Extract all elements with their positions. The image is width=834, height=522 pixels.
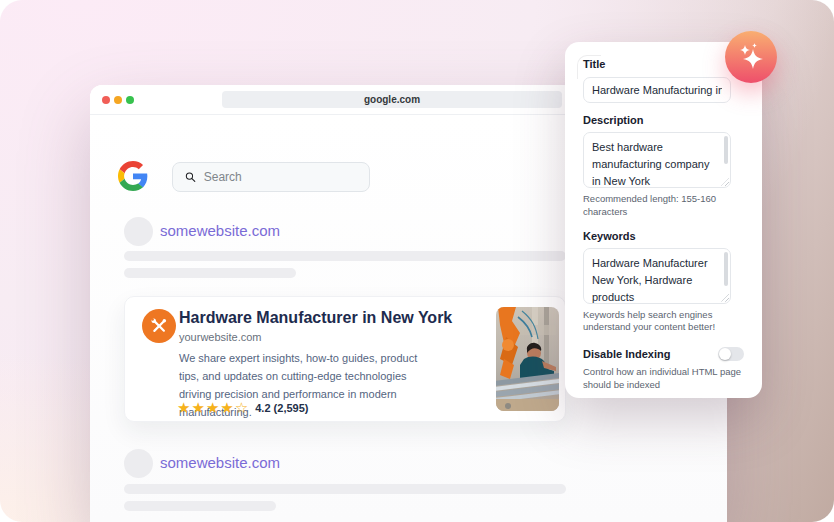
address-bar-url: google.com	[364, 94, 420, 105]
result-title[interactable]: Hardware Manufacturer in New York	[179, 309, 452, 327]
panel-inner-card-edge	[577, 55, 601, 79]
result-rating: ★★★★☆ 4.2 (2,595)	[177, 400, 308, 415]
result-domain-link[interactable]: somewebsite.com	[160, 222, 280, 239]
result-url: yourwebsite.com	[179, 331, 262, 343]
window-minimize-button[interactable]	[114, 96, 122, 104]
result-domain-link[interactable]: somewebsite.com	[160, 454, 280, 471]
hero-illustration: google.com somewebsite.com	[0, 0, 834, 522]
skeleton-line	[124, 251, 566, 261]
tools-icon	[142, 309, 176, 343]
google-logo	[118, 161, 148, 191]
indexing-helper-text: Control how an individual HTML page shou…	[583, 366, 744, 392]
seo-settings-panel: Title Description Best hardware manufact…	[565, 42, 762, 398]
keywords-textarea[interactable]: Hardware Manufacturer New York, Hardware…	[583, 248, 731, 304]
title-input[interactable]	[583, 77, 731, 103]
scrollbar-thumb[interactable]	[724, 136, 728, 164]
window-zoom-button[interactable]	[126, 96, 134, 104]
description-field-label: Description	[583, 114, 744, 126]
address-bar[interactable]: google.com	[222, 91, 562, 108]
skeleton-line	[124, 484, 566, 494]
result-avatar	[124, 217, 153, 246]
scrollbar-thumb[interactable]	[724, 252, 728, 286]
keywords-field-label: Keywords	[583, 230, 744, 242]
skeleton-line	[124, 268, 296, 278]
skeleton-line	[124, 501, 276, 511]
result-thumbnail-image	[496, 307, 559, 411]
title-field-label: Title	[583, 58, 744, 70]
disable-indexing-label: Disable Indexing	[583, 348, 670, 360]
featured-result-card[interactable]: Hardware Manufacturer in New York yourwe…	[124, 296, 566, 422]
toggle-knob	[719, 348, 731, 360]
result-avatar	[124, 449, 153, 478]
search-bar[interactable]	[172, 162, 370, 192]
search-icon	[185, 171, 196, 183]
keywords-helper-text: Keywords help search engines understand …	[583, 309, 744, 335]
star-rating-icons: ★★★★☆	[177, 400, 249, 415]
disable-indexing-toggle[interactable]	[718, 347, 744, 361]
rating-score: 4.2 (2,595)	[255, 402, 308, 414]
sparkle-icon	[735, 41, 767, 73]
description-helper-text: Recommended length: 155-160 characters	[583, 193, 744, 219]
search-input[interactable]	[204, 170, 357, 184]
ai-sparkle-badge[interactable]	[725, 31, 777, 83]
description-textarea[interactable]: Best hardware manufacturing company in N…	[583, 132, 731, 188]
window-close-button[interactable]	[102, 96, 110, 104]
